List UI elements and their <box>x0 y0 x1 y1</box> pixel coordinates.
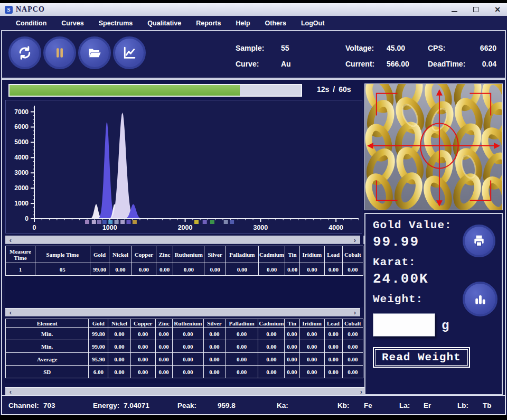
table-cell: 0.00 <box>324 263 342 276</box>
title-bar: S NAPCO ✕ <box>0 3 507 16</box>
element-marker <box>224 220 228 224</box>
table-cell: 0.00 <box>172 366 204 378</box>
menu-help[interactable]: Help <box>228 20 257 27</box>
table-cell: 0.00 <box>342 353 363 366</box>
energy-value: 7.04071 <box>124 402 149 409</box>
table-cell: SD <box>6 366 89 378</box>
window-controls: ✕ <box>452 3 501 16</box>
svg-text:2000: 2000 <box>178 224 193 231</box>
table1-hscrollbar[interactable]: ‹ › <box>5 308 360 316</box>
curve-value: Au <box>281 60 291 68</box>
table2-hscrollbar[interactable]: ‹ › <box>5 387 367 396</box>
table-header-row: ElementGoldNickelCopperZincRutheniumSilv… <box>6 319 363 328</box>
scroll-left-icon[interactable]: ‹ <box>6 309 15 317</box>
printer-icon <box>472 234 486 248</box>
curve-label: Curve: <box>236 60 259 68</box>
scroll-left-icon[interactable]: ‹ <box>6 236 15 245</box>
maximize-button[interactable] <box>473 5 478 14</box>
status-bar: Channel: 703 Energy: 7.04071 Peak: 959.8… <box>1 395 506 415</box>
element-marker <box>133 220 137 224</box>
column-header: Lead <box>324 319 342 328</box>
open-file-button[interactable] <box>78 36 111 69</box>
table-cell: 0.00 <box>285 366 299 378</box>
table-cell: 0.00 <box>342 340 363 353</box>
table-cell: 0.00 <box>300 263 325 276</box>
menu-qualitative[interactable]: Qualitative <box>140 20 189 27</box>
current-value: 566.00 <box>387 60 409 68</box>
spectrum-chart-svg: 0100020003000400050006000700001000200030… <box>6 100 363 234</box>
print-button[interactable] <box>463 225 495 257</box>
toolbar: Sample: 55 Curve: Au Voltage: 45.00 Curr… <box>1 30 506 79</box>
ka-label: Ka: <box>277 402 288 409</box>
table-cell: 0.00 <box>204 263 226 276</box>
lb-value: Tb <box>483 402 492 409</box>
close-button[interactable]: ✕ <box>494 6 501 13</box>
line-chart-icon <box>122 45 137 60</box>
menu-reports[interactable]: Reports <box>189 20 228 27</box>
cps-value: 6620 <box>471 44 496 52</box>
gold-results-panel: Gold Value: 99.99 Karat: 24.00K Weight: … <box>364 213 503 395</box>
spectrum-view-button[interactable] <box>113 36 146 69</box>
read-weight-button[interactable]: Read Weight <box>373 347 470 368</box>
gold-value: 99.99 <box>373 234 419 250</box>
svg-text:4000: 4000 <box>328 224 343 231</box>
chart-axes <box>34 106 359 219</box>
column-header: Silver <box>204 319 226 328</box>
table-cell: 0.00 <box>258 353 285 366</box>
element-marker <box>92 220 96 224</box>
element-marker <box>85 220 89 224</box>
statistics-button[interactable] <box>463 282 497 316</box>
table-cell: 0.00 <box>155 328 172 340</box>
svg-text:7000: 7000 <box>14 108 29 116</box>
table-cell: 0.00 <box>108 353 131 366</box>
menu-curves[interactable]: Curves <box>54 20 91 27</box>
table-cell: 0.00 <box>285 353 299 366</box>
cps-label: CPS: <box>428 44 445 52</box>
table-cell: 0.00 <box>156 263 173 276</box>
menu-logout[interactable]: LogOut <box>294 20 332 27</box>
restart-measure-button[interactable] <box>8 36 41 69</box>
main-content: 12s / 60s 010002000300040005000600070000… <box>1 79 506 395</box>
table-cell: 1 <box>6 263 35 276</box>
progress-time: 12s / 60s <box>317 85 364 94</box>
column-header: Gold <box>90 246 109 263</box>
table-cell: 0.00 <box>342 328 363 340</box>
column-header: Nickel <box>108 319 131 328</box>
scroll-right-icon[interactable]: › <box>351 309 359 317</box>
table-cell: 0.00 <box>258 366 285 378</box>
element-marker <box>102 220 107 224</box>
column-header: Cobalt <box>342 246 363 263</box>
column-header: Copper <box>132 246 156 263</box>
napco-app-window: S NAPCO ✕ Condition Curves Spectrums Qua… <box>0 3 507 415</box>
table-cell: 0.00 <box>130 366 155 378</box>
menu-spectrums[interactable]: Spectrums <box>91 20 140 27</box>
spectrum-chart: 0100020003000400050006000700001000200030… <box>5 100 362 234</box>
element-marker <box>194 220 199 224</box>
voltage-label: Voltage: <box>345 44 374 52</box>
column-header: Palladium <box>226 246 258 263</box>
menu-others[interactable]: Others <box>258 20 294 27</box>
svg-text:4000: 4000 <box>14 154 29 161</box>
table-cell: 0.00 <box>285 340 299 353</box>
folder-open-icon <box>87 45 102 60</box>
weight-unit: g <box>442 319 449 333</box>
column-header: Sample Time <box>35 246 90 263</box>
table-cell: 0.00 <box>324 366 342 378</box>
table-cell: 0.00 <box>173 263 204 276</box>
menu-condition[interactable]: Condition <box>8 20 54 27</box>
table-cell: 99.00 <box>90 263 109 276</box>
weight-input[interactable] <box>373 313 435 337</box>
table-cell: 0.00 <box>225 353 258 366</box>
column-header: Copper <box>130 319 155 328</box>
window-title: NAPCO <box>16 5 45 14</box>
spectrum-peak <box>97 122 117 219</box>
table-row: Average95.900.000.000.000.000.000.000.00… <box>6 353 363 366</box>
sample-value: 55 <box>281 44 289 52</box>
scroll-right-icon[interactable]: › <box>351 236 359 245</box>
minimize-button[interactable] <box>452 5 457 14</box>
measure-progress-bar <box>8 84 302 97</box>
chart-hscrollbar[interactable]: ‹ › <box>5 236 360 244</box>
pause-button[interactable] <box>43 36 76 69</box>
element-marker <box>210 220 214 224</box>
table-cell: 0.00 <box>299 328 324 340</box>
